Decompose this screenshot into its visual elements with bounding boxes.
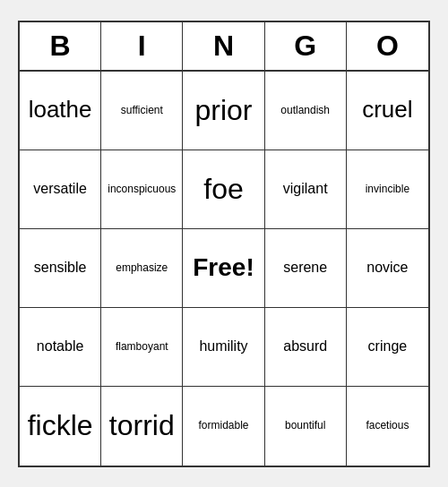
bingo-cell-7[interactable]: foe xyxy=(183,150,264,229)
cell-text-22: formidable xyxy=(198,419,248,431)
bingo-cell-18[interactable]: absurd xyxy=(265,308,347,387)
cell-text-14: novice xyxy=(366,259,408,276)
bingo-cell-17[interactable]: humility xyxy=(183,308,264,387)
header-letter-o: O xyxy=(347,22,428,70)
bingo-cell-16[interactable]: flamboyant xyxy=(101,308,183,387)
bingo-cell-23[interactable]: bountiful xyxy=(265,387,347,466)
bingo-grid: loathesufficientprioroutlandishcruelvers… xyxy=(20,72,428,466)
cell-text-24: facetious xyxy=(366,419,409,431)
header-letter-g: G xyxy=(265,22,347,70)
bingo-cell-21[interactable]: torrid xyxy=(101,387,183,466)
cell-text-1: sufficient xyxy=(121,104,163,116)
cell-text-5: versatile xyxy=(33,180,87,197)
bingo-cell-3[interactable]: outlandish xyxy=(265,72,347,150)
cell-text-15: notable xyxy=(37,337,84,355)
cell-text-2: prior xyxy=(194,93,252,127)
cell-text-17: humility xyxy=(199,337,247,355)
bingo-cell-9[interactable]: invincible xyxy=(347,150,428,229)
cell-text-0: loathe xyxy=(29,96,92,124)
cell-text-11: emphasize xyxy=(116,261,168,274)
bingo-card: BINGO loathesufficientprioroutlandishcru… xyxy=(18,21,430,467)
bingo-header: BINGO xyxy=(20,22,428,72)
cell-text-3: outlandish xyxy=(280,104,330,116)
bingo-cell-1[interactable]: sufficient xyxy=(101,72,183,150)
bingo-cell-5[interactable]: versatile xyxy=(20,150,101,229)
cell-text-16: flamboyant xyxy=(116,340,168,353)
bingo-cell-0[interactable]: loathe xyxy=(20,72,101,150)
cell-text-19: cringe xyxy=(368,337,408,355)
header-letter-i: I xyxy=(101,22,183,70)
bingo-cell-10[interactable]: sensible xyxy=(20,229,101,308)
bingo-cell-4[interactable]: cruel xyxy=(347,72,428,150)
cell-text-20: fickle xyxy=(28,408,93,442)
bingo-cell-22[interactable]: formidable xyxy=(183,387,264,466)
cell-text-13: serene xyxy=(283,259,327,276)
header-letter-n: N xyxy=(183,22,264,70)
header-letter-b: B xyxy=(20,22,101,70)
bingo-cell-12[interactable]: Free! xyxy=(183,229,264,308)
bingo-cell-8[interactable]: vigilant xyxy=(265,150,347,229)
cell-text-6: inconspicuous xyxy=(108,183,176,195)
bingo-cell-24[interactable]: facetious xyxy=(347,387,428,466)
bingo-cell-15[interactable]: notable xyxy=(20,308,101,387)
cell-text-21: torrid xyxy=(109,408,175,442)
bingo-cell-13[interactable]: serene xyxy=(265,229,347,308)
cell-text-10: sensible xyxy=(34,259,87,276)
bingo-cell-11[interactable]: emphasize xyxy=(101,229,183,308)
bingo-cell-19[interactable]: cringe xyxy=(347,308,428,387)
bingo-cell-20[interactable]: fickle xyxy=(20,387,101,466)
cell-text-8: vigilant xyxy=(283,180,328,197)
bingo-cell-6[interactable]: inconspicuous xyxy=(101,150,183,229)
cell-text-23: bountiful xyxy=(285,419,325,431)
bingo-cell-14[interactable]: novice xyxy=(347,229,428,308)
cell-text-12: Free! xyxy=(193,252,254,283)
bingo-cell-2[interactable]: prior xyxy=(183,72,264,150)
cell-text-7: foe xyxy=(203,172,243,206)
cell-text-18: absurd xyxy=(283,337,327,355)
cell-text-9: invincible xyxy=(366,183,409,195)
cell-text-4: cruel xyxy=(362,96,412,124)
